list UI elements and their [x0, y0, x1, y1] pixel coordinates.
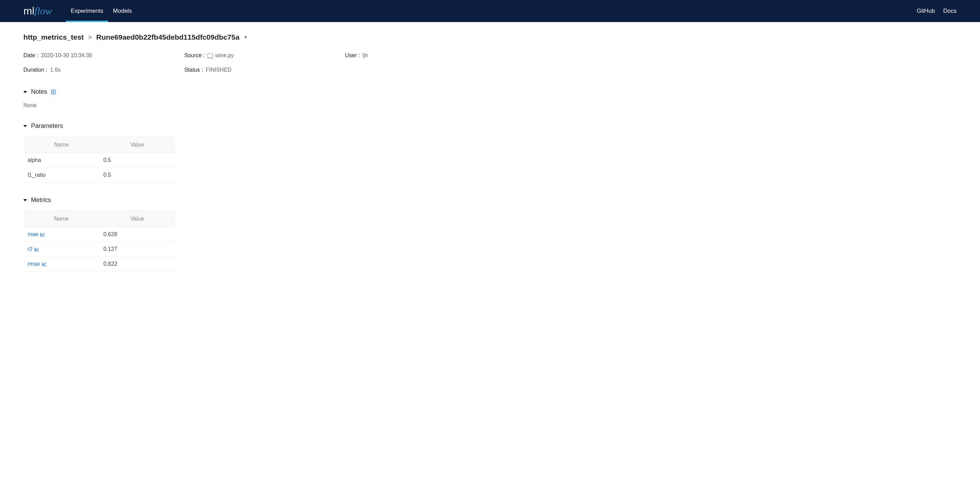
parameters-section: Parameters Name Value alpha 0.5 l1_ratio… — [24, 123, 956, 183]
content: http_metrics_test > Run e69aed0b22fb45de… — [0, 22, 980, 296]
metric-link[interactable]: mae — [27, 231, 45, 237]
metric-name: mae — [27, 231, 38, 237]
notes-header[interactable]: Notes — [24, 88, 956, 96]
parameters-table: Name Value alpha 0.5 l1_ratio 0.5 — [24, 137, 175, 183]
param-value: 0.5 — [99, 153, 175, 168]
meta-duration: Duration : 1.6s — [24, 67, 185, 73]
navbar-left: mlflow Experiments Models — [24, 0, 137, 22]
chart-icon — [40, 232, 45, 236]
nav-docs[interactable]: Docs — [943, 8, 956, 14]
nav-github[interactable]: GitHub — [916, 8, 935, 14]
meta-source: Source : wine.py — [185, 53, 345, 59]
meta-date-value: 2020-10-30 10:34:38 — [41, 53, 92, 59]
metric-link[interactable]: rmse — [27, 261, 47, 267]
breadcrumb: http_metrics_test > Run e69aed0b22fb45de… — [24, 33, 956, 41]
chart-icon — [42, 262, 47, 266]
meta-user: User : ljh — [345, 53, 506, 59]
metric-name: rmse — [27, 261, 40, 267]
metrics-section: Metrics Name Value mae — [24, 196, 956, 272]
caret-down-icon — [24, 91, 27, 93]
param-value: 0.5 — [99, 168, 175, 183]
meta-source-value[interactable]: wine.py — [215, 53, 234, 59]
nav-experiments[interactable]: Experiments — [66, 0, 108, 22]
logo-ml: ml — [24, 5, 35, 17]
parameters-title: Parameters — [31, 123, 63, 130]
meta-date-label: Date : — [24, 53, 38, 59]
breadcrumb-run-prefix: Run — [96, 33, 110, 41]
breadcrumb-dropdown-icon[interactable]: ▼ — [243, 35, 248, 40]
meta-user-label: User : — [345, 53, 360, 59]
laptop-icon — [207, 53, 213, 57]
param-name: alpha — [24, 153, 99, 168]
nav-experiments-label: Experiments — [71, 8, 103, 14]
logo-flow: flow — [35, 5, 52, 17]
metric-value: 0.822 — [99, 257, 175, 272]
parameters-header[interactable]: Parameters — [24, 123, 956, 130]
navbar-right: GitHub Docs — [916, 8, 956, 14]
metrics-title: Metrics — [31, 196, 51, 204]
breadcrumb-separator: > — [88, 33, 92, 41]
meta-grid: Date : 2020-10-30 10:34:38 Source : wine… — [24, 53, 506, 73]
metric-name: r2 — [27, 246, 32, 252]
navbar: mlflow Experiments Models GitHub Docs — [0, 0, 980, 22]
meta-source-label: Source : — [185, 53, 205, 59]
logo[interactable]: mlflow — [24, 5, 52, 17]
metric-value: 0.127 — [99, 242, 175, 257]
caret-down-icon — [24, 125, 27, 127]
breadcrumb-experiment[interactable]: http_metrics_test — [24, 33, 84, 41]
meta-status-value: FINISHED — [206, 67, 232, 73]
metrics-value-header: Value — [99, 211, 175, 227]
metrics-header[interactable]: Metrics — [24, 196, 956, 204]
meta-user-value: ljh — [363, 53, 368, 59]
param-name: l1_ratio — [24, 168, 99, 183]
table-row: alpha 0.5 — [24, 153, 175, 168]
caret-down-icon — [24, 199, 27, 201]
table-row: rmse 0.822 — [24, 257, 175, 272]
notes-title: Notes — [31, 88, 47, 96]
notes-section: Notes None — [24, 88, 956, 108]
edit-icon[interactable] — [51, 89, 56, 95]
meta-status-label: Status : — [185, 67, 203, 73]
metric-link[interactable]: r2 — [27, 246, 39, 252]
breadcrumb-run-id: e69aed0b22fb45debd115dfc09dbc75a — [110, 33, 240, 41]
metrics-table: Name Value mae — [24, 210, 175, 272]
params-value-header: Value — [99, 137, 175, 153]
meta-date: Date : 2020-10-30 10:34:38 — [24, 53, 185, 59]
meta-status: Status : FINISHED — [185, 67, 345, 73]
meta-duration-label: Duration : — [24, 67, 47, 73]
metric-value: 0.628 — [99, 227, 175, 242]
params-name-header: Name — [24, 137, 99, 153]
nav-models-label: Models — [113, 8, 132, 14]
nav-models[interactable]: Models — [108, 0, 137, 22]
table-row: l1_ratio 0.5 — [24, 168, 175, 183]
meta-duration-value: 1.6s — [50, 67, 60, 73]
table-row: mae 0.628 — [24, 227, 175, 242]
chart-icon — [35, 247, 39, 251]
notes-content: None — [24, 102, 956, 108]
metrics-name-header: Name — [24, 211, 99, 227]
table-row: r2 0.127 — [24, 242, 175, 257]
